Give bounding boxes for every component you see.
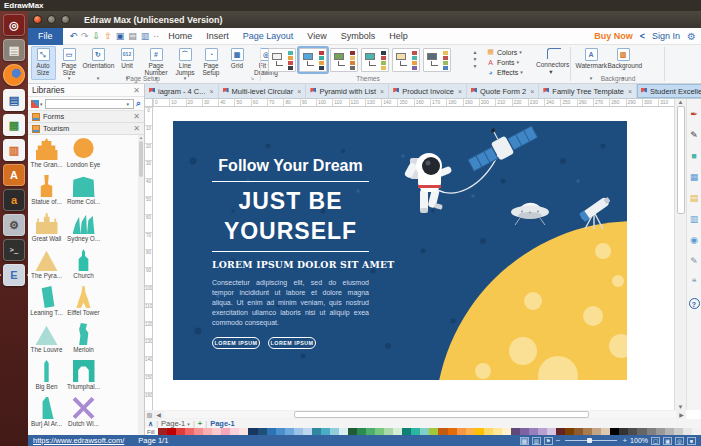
redo-icon[interactable]: ↷ <box>81 31 89 41</box>
color-swatch[interactable] <box>683 428 692 435</box>
document-tab[interactable]: Quote Form 2× <box>467 84 539 98</box>
color-swatch[interactable] <box>194 428 203 435</box>
color-swatch[interactable] <box>610 428 619 435</box>
system-settings-icon[interactable]: ⚙ <box>3 214 25 236</box>
color-swatch[interactable] <box>248 428 257 435</box>
maximize-button[interactable] <box>61 15 70 24</box>
horizontal-scrollbar[interactable]: ▧ ◀ ▶ <box>145 410 686 419</box>
help-icon[interactable]: ? <box>689 298 700 309</box>
color-swatch[interactable] <box>230 428 239 435</box>
library-item-great-wall[interactable]: Great Wall <box>28 209 65 246</box>
close-tab-icon[interactable]: × <box>458 88 462 95</box>
color-swatch[interactable] <box>493 428 502 435</box>
save-icon[interactable]: ▣ <box>116 31 125 41</box>
color-swatch[interactable] <box>384 428 393 435</box>
menu-tab-symbols[interactable]: Symbols <box>334 31 383 41</box>
library-item-the-louvre[interactable]: The Louvre <box>28 320 65 357</box>
close-icon[interactable]: ✕ <box>133 112 140 121</box>
add-page-button[interactable]: + <box>198 419 202 428</box>
document-tab[interactable]: Family Tree Template× <box>539 84 637 98</box>
format-painter-icon[interactable]: ✒ <box>689 109 700 120</box>
edit-document-icon[interactable]: ✎ <box>689 256 700 267</box>
color-swatch[interactable] <box>221 428 230 435</box>
ubuntu-dash-icon[interactable]: ◎ <box>3 14 25 36</box>
terminal-icon[interactable]: >_ <box>3 239 25 261</box>
library-item-statue-of[interactable]: Statue of... <box>28 172 65 209</box>
library-item-triumphal[interactable]: Triumphal... <box>65 357 102 394</box>
close-tab-icon[interactable]: × <box>628 88 632 95</box>
menu-tab-help[interactable]: Help <box>382 31 415 41</box>
zoom-slider-thumb[interactable] <box>587 438 592 443</box>
undo-icon[interactable]: ↶ <box>70 31 78 41</box>
page-view-icon[interactable]: ◎ <box>675 437 684 445</box>
color-swatch[interactable] <box>158 428 167 435</box>
buy-now-link[interactable]: Buy Now <box>594 31 633 41</box>
export-icon[interactable]: ⇧ <box>104 31 112 41</box>
color-swatch[interactable] <box>647 428 656 435</box>
edraw-max-icon[interactable]: E <box>3 264 25 286</box>
color-swatch[interactable] <box>258 428 267 435</box>
zoom-out-button[interactable]: − <box>556 436 561 445</box>
color-swatch[interactable] <box>637 428 646 435</box>
color-swatch[interactable] <box>357 428 366 435</box>
color-swatch[interactable] <box>294 428 303 435</box>
file-menu-button[interactable]: File <box>28 28 63 45</box>
page-tab[interactable]: Page-1 <box>210 419 235 428</box>
libreoffice-writer-icon[interactable]: ▤ <box>3 89 25 111</box>
color-swatch[interactable] <box>529 428 538 435</box>
color-swatch[interactable] <box>656 428 665 435</box>
gear-icon[interactable]: ⚙ <box>687 31 696 42</box>
notes-icon[interactable]: ▤ <box>689 193 700 204</box>
clipboard-icon[interactable]: ▥ <box>141 31 150 41</box>
search-input[interactable]: ▾ <box>45 99 134 109</box>
sign-in-link[interactable]: Sign In <box>652 31 680 41</box>
color-swatch[interactable] <box>665 428 674 435</box>
comment-icon[interactable]: ❝ <box>689 277 700 288</box>
color-swatch[interactable] <box>185 428 194 435</box>
firefox-icon[interactable] <box>3 64 25 86</box>
dialog-launcher-icon[interactable]: ⇘ <box>250 75 254 81</box>
style-pen-icon[interactable]: ✎ <box>689 130 700 141</box>
color-swatch[interactable] <box>574 428 583 435</box>
document-tab[interactable]: Multi-level Circular× <box>219 84 307 98</box>
library-picker-icon[interactable] <box>31 100 39 108</box>
color-swatch[interactable] <box>466 428 475 435</box>
color-swatch[interactable] <box>520 428 529 435</box>
color-swatch[interactable] <box>303 428 312 435</box>
color-swatch[interactable] <box>438 428 447 435</box>
color-swatch[interactable] <box>267 428 276 435</box>
outline-icon[interactable]: ▥ <box>689 214 700 225</box>
minimize-button[interactable] <box>47 15 56 24</box>
theme-thumbnail-5[interactable] <box>392 48 420 72</box>
ribbon-button-fonts[interactable]: AFonts▾ <box>486 57 534 67</box>
poster-button[interactable]: LOREM IPSUM <box>268 337 316 349</box>
library-item-sydney-o[interactable]: Sydney O... <box>65 209 102 246</box>
document-tab[interactable]: iagram - 4 C...× <box>145 84 219 98</box>
page-view-icon[interactable]: ■ <box>687 437 696 445</box>
color-swatch[interactable] <box>565 428 574 435</box>
scrollbar-thumb[interactable] <box>294 411 589 418</box>
fill-color-icon[interactable]: ■ <box>689 151 700 162</box>
color-swatch[interactable] <box>592 428 601 435</box>
poster-button[interactable]: LOREM IPSUM <box>212 337 260 349</box>
color-swatch[interactable] <box>674 428 683 435</box>
close-icon[interactable]: ✕ <box>133 124 140 133</box>
library-item-rome-col[interactable]: Rome Col... <box>65 172 102 209</box>
color-swatch[interactable] <box>393 428 402 435</box>
scrollbar-track[interactable] <box>164 411 676 418</box>
panel-scrollbar[interactable]: ▲ <box>138 135 144 435</box>
color-swatch[interactable] <box>167 428 176 435</box>
library-item-eiffel-tower[interactable]: Eiffel Tower <box>65 283 102 320</box>
vertical-scrollbar[interactable]: ▲▼ <box>674 99 686 410</box>
search-icon[interactable]: ⌕ <box>136 98 141 109</box>
color-swatch[interactable] <box>285 428 294 435</box>
libreoffice-calc-icon[interactable]: ▦ <box>3 114 25 136</box>
menu-tab-page-layout[interactable]: Page Layout <box>236 31 301 41</box>
document-tab[interactable]: Student Excellence...× <box>637 84 701 98</box>
color-swatch[interactable] <box>511 428 520 435</box>
color-swatch[interactable] <box>321 428 330 435</box>
chevron-down-icon[interactable]: ▾ <box>40 101 43 107</box>
ribbon-button-effects[interactable]: ◕Effects▾ <box>486 67 534 77</box>
library-item-big-ben[interactable]: Big Ben <box>28 357 65 394</box>
color-swatch[interactable] <box>628 428 637 435</box>
